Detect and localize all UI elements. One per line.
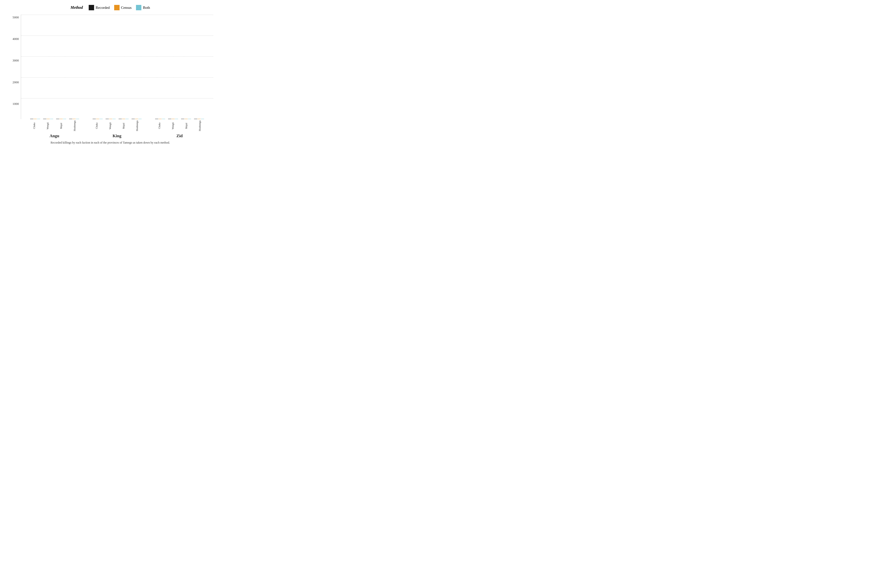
faction-labels-king: ChakaWengtiMujolHoshtengu	[86, 119, 148, 132]
faction-label-king-hoshtengu: Hoshtengu	[132, 119, 142, 132]
gridline-5000	[21, 15, 213, 15]
chart-area: 5000 4000 3000 2000 1000 ChakaWengtiMujo…	[8, 15, 213, 138]
y-label-2000: 2000	[12, 81, 19, 84]
faction-label-angu-hoshtengu: Hoshtengu	[69, 119, 80, 132]
province-label-angu: Angu	[23, 134, 86, 138]
faction-label-king-chaka: Chaka	[91, 119, 102, 132]
y-label-3000: 3000	[12, 59, 19, 62]
province-label-king: King	[86, 134, 148, 138]
both-label: Both	[143, 6, 150, 10]
faction-label-zid-wengti: Wengti	[167, 119, 178, 132]
faction-labels-angu: ChakaWengtiMujolHoshtengu	[23, 119, 86, 132]
y-axis: 5000 4000 3000 2000 1000	[8, 15, 21, 138]
legend-item-recorded: Recorded	[89, 5, 110, 10]
legend: Method Recorded Census Both	[70, 5, 150, 10]
faction-label-angu-chaka: Chaka	[28, 119, 40, 132]
groups-container	[21, 15, 213, 119]
y-label-5000: 5000	[12, 16, 19, 19]
gridline-3000	[21, 56, 213, 57]
caption: Recorded killings by each faction in eac…	[51, 141, 170, 144]
legend-item-census: Census	[114, 5, 132, 10]
gridline-2000	[21, 77, 213, 78]
gridline-1000	[21, 98, 213, 99]
faction-label-king-wengti: Wengti	[105, 119, 116, 132]
recorded-label: Recorded	[96, 6, 110, 10]
y-label-4000: 4000	[12, 37, 19, 40]
plot-area	[21, 15, 213, 119]
legend-title: Method	[70, 5, 83, 10]
labels-area: ChakaWengtiMujolHoshtenguChakaWengtiMujo…	[21, 119, 213, 132]
faction-label-angu-wengti: Wengti	[42, 119, 53, 132]
faction-label-king-mujol: Mujol	[118, 119, 129, 132]
faction-label-zid-hoshtengu: Hoshtengu	[194, 119, 205, 132]
both-swatch	[136, 5, 141, 10]
province-label-zid: Zid	[148, 134, 211, 138]
faction-label-angu-mujol: Mujol	[56, 119, 67, 132]
faction-label-zid-mujol: Mujol	[181, 119, 192, 132]
province-labels-area: AnguKingZid	[21, 134, 213, 138]
recorded-swatch	[89, 5, 94, 10]
faction-labels-zid: ChakaWengtiMujolHoshtengu	[148, 119, 211, 132]
y-label-1000: 1000	[12, 102, 19, 105]
legend-item-both: Both	[136, 5, 150, 10]
census-label: Census	[121, 6, 132, 10]
chart-main: ChakaWengtiMujolHoshtenguChakaWengtiMujo…	[21, 15, 213, 138]
faction-label-zid-chaka: Chaka	[154, 119, 165, 132]
census-swatch	[114, 5, 120, 10]
